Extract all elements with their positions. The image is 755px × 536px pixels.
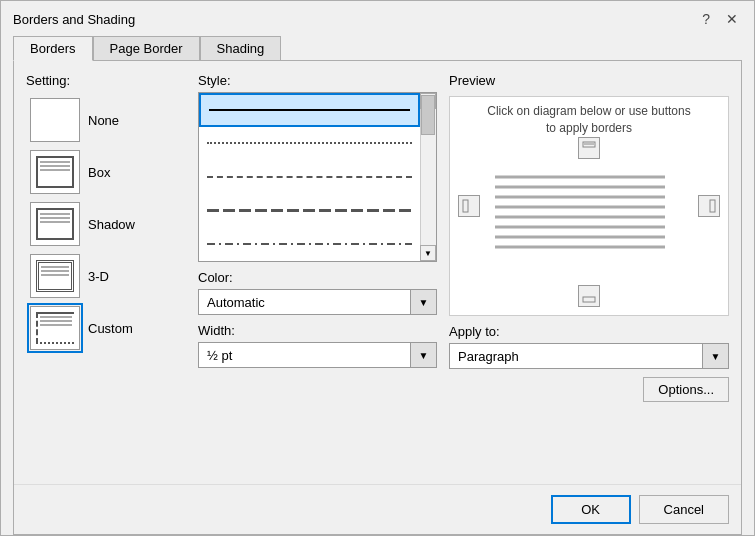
apply-to-label: Apply to:: [449, 324, 729, 339]
setting-none-icon: [30, 98, 80, 142]
style-label: Style:: [198, 73, 231, 88]
shadow-icon-inner: [36, 208, 74, 240]
border-right-icon: [702, 199, 716, 213]
tab-content: Setting: None: [13, 60, 742, 535]
width-value: ½ pt: [199, 348, 410, 363]
setting-shadow[interactable]: Shadow: [26, 200, 186, 248]
tab-borders[interactable]: Borders: [13, 36, 93, 61]
custom-icon-inner: [36, 312, 74, 344]
style-list-container: ▲ ▼: [198, 92, 437, 262]
style-list[interactable]: [199, 93, 420, 261]
setting-custom-label: Custom: [88, 321, 133, 336]
setting-box-icon: [30, 150, 80, 194]
dash-dot-line: [207, 243, 412, 245]
title-bar: Borders and Shading ? ✕: [1, 1, 754, 29]
setting-custom[interactable]: Custom: [26, 304, 186, 352]
setting-3d[interactable]: 3-D: [26, 252, 186, 300]
none-icon-inner: [36, 104, 74, 136]
dotted-line: [207, 142, 412, 144]
setting-none-label: None: [88, 113, 119, 128]
tab-page-border[interactable]: Page Border: [93, 36, 200, 61]
style-section: Style:: [198, 73, 437, 262]
box-icon-inner: [36, 156, 74, 188]
border-bottom-button[interactable]: [578, 285, 600, 307]
style-dash-dot[interactable]: [199, 227, 420, 261]
preview-svg: [490, 152, 688, 285]
width-section: Width: ½ pt ▼: [198, 323, 437, 368]
border-right-button[interactable]: [698, 195, 720, 217]
ok-button[interactable]: OK: [551, 495, 631, 524]
border-left-button[interactable]: [458, 195, 480, 217]
cancel-button[interactable]: Cancel: [639, 495, 729, 524]
border-left-icon: [462, 199, 476, 213]
apply-to-dropdown[interactable]: Paragraph ▼: [449, 343, 729, 369]
dashed-lg-line: [207, 209, 412, 212]
scroll-thumb[interactable]: [421, 95, 435, 135]
preview-instruction: Click on diagram below or use buttonsto …: [450, 103, 728, 137]
setting-shadow-icon: [30, 202, 80, 246]
preview-label: Preview: [449, 73, 729, 88]
setting-3d-label: 3-D: [88, 269, 109, 284]
3d-icon-inner: [36, 260, 74, 292]
style-dashed-lg[interactable]: [199, 194, 420, 228]
solid-line: [209, 109, 410, 111]
color-section: Color: Automatic ▼: [198, 270, 437, 315]
svg-rect-4: [583, 297, 595, 302]
tab-bar: Borders Page Border Shading: [1, 29, 754, 60]
dialog-title: Borders and Shading: [13, 12, 135, 27]
setting-none[interactable]: None: [26, 96, 186, 144]
tab-shading[interactable]: Shading: [200, 36, 282, 61]
help-button[interactable]: ?: [698, 9, 714, 29]
svg-rect-3: [710, 200, 715, 212]
color-dropdown-arrow[interactable]: ▼: [410, 290, 436, 314]
preview-inner: [490, 152, 688, 285]
dashed-sm-line: [207, 176, 412, 178]
width-dropdown[interactable]: ½ pt ▼: [198, 342, 437, 368]
color-value: Automatic: [199, 295, 410, 310]
setting-custom-icon: [30, 306, 80, 350]
setting-shadow-label: Shadow: [88, 217, 135, 232]
style-scrollbar[interactable]: ▲ ▼: [420, 93, 436, 261]
setting-panel: Setting: None: [26, 73, 186, 472]
apply-to-section: Apply to: Paragraph ▼: [449, 324, 729, 369]
preview-box[interactable]: Click on diagram below or use buttonsto …: [449, 96, 729, 316]
options-button[interactable]: Options...: [643, 377, 729, 402]
width-label: Width:: [198, 323, 437, 338]
width-dropdown-arrow[interactable]: ▼: [410, 343, 436, 367]
svg-rect-2: [463, 200, 468, 212]
borders-shading-dialog: Borders and Shading ? ✕ Borders Page Bor…: [0, 0, 755, 536]
color-label: Color:: [198, 270, 437, 285]
title-controls: ? ✕: [698, 9, 742, 29]
preview-content: Click on diagram below or use buttonsto …: [450, 97, 728, 315]
scroll-down-arrow[interactable]: ▼: [420, 245, 436, 261]
apply-to-value: Paragraph: [450, 349, 702, 364]
style-dashed-sm[interactable]: [199, 160, 420, 194]
apply-to-dropdown-arrow[interactable]: ▼: [702, 344, 728, 368]
setting-3d-icon: [30, 254, 80, 298]
style-solid[interactable]: [199, 93, 420, 127]
setting-box-label: Box: [88, 165, 110, 180]
bottom-bar: OK Cancel: [14, 484, 741, 534]
main-content: Setting: None: [14, 61, 741, 484]
right-panel: Preview Click on diagram below or use bu…: [449, 73, 729, 472]
color-dropdown[interactable]: Automatic ▼: [198, 289, 437, 315]
setting-box[interactable]: Box: [26, 148, 186, 196]
style-dotted[interactable]: [199, 127, 420, 161]
border-bottom-icon: [582, 289, 596, 303]
close-button[interactable]: ✕: [722, 9, 742, 29]
setting-label: Setting:: [26, 73, 186, 88]
middle-panel: Style:: [198, 73, 437, 472]
